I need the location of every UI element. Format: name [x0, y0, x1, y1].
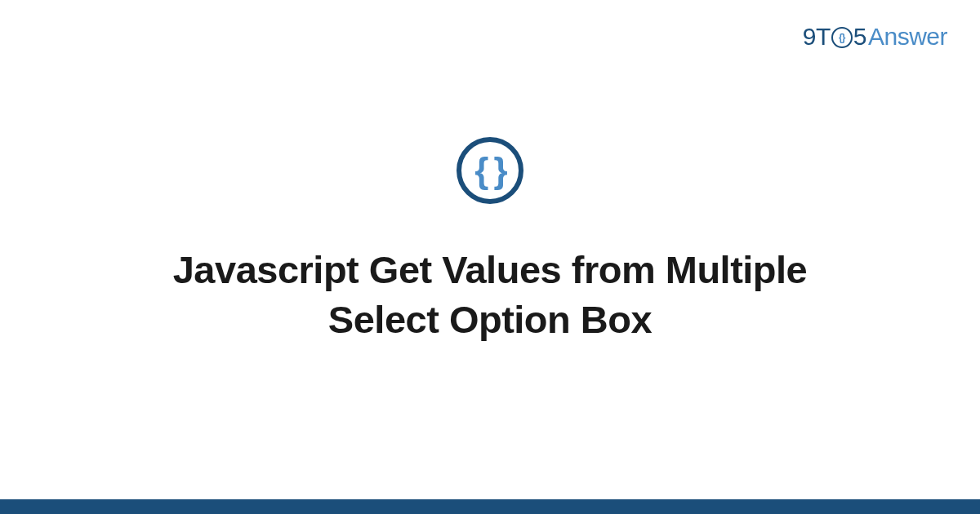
braces-icon: { } [474, 153, 505, 188]
topic-icon-circle: { } [457, 137, 523, 204]
page-title: Javascript Get Values from Multiple Sele… [122, 245, 858, 344]
main-content: { } Javascript Get Values from Multiple … [0, 0, 980, 514]
footer-bar [0, 499, 980, 514]
